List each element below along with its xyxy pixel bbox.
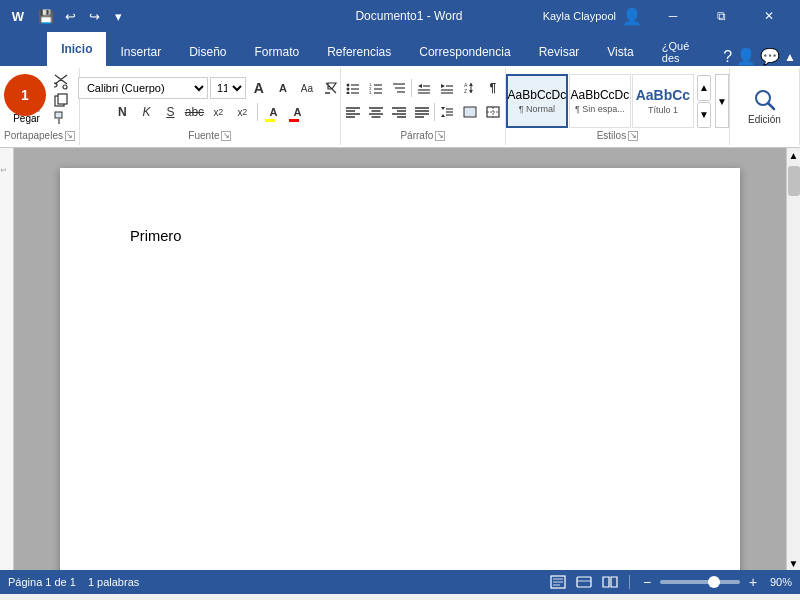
tab-help[interactable]: ¿Qué des <box>648 38 723 66</box>
tab-referencias[interactable]: Referencias <box>313 38 405 66</box>
zoom-out-button[interactable]: − <box>638 573 656 591</box>
para-divider2 <box>434 103 435 121</box>
zoom-thumb[interactable] <box>708 576 720 588</box>
bold-button[interactable]: N <box>111 101 133 123</box>
tab-insertar[interactable]: Insertar <box>106 38 175 66</box>
shrink-font-button[interactable]: A <box>272 77 294 99</box>
para-align-row <box>342 101 504 123</box>
ribbon-display-icon[interactable]: ▲ <box>784 50 796 64</box>
undo-button[interactable]: ↩ <box>60 6 80 26</box>
help-icon[interactable]: ? <box>723 48 732 66</box>
font-color-button[interactable]: A <box>286 101 308 123</box>
editing-label-bottom <box>734 141 795 143</box>
account-icon[interactable]: 👤 <box>736 47 756 66</box>
style-normal-item[interactable]: AaBbCcDc ¶ Normal <box>506 74 568 128</box>
close-button[interactable]: ✕ <box>746 0 792 32</box>
strikethrough-button[interactable]: abc <box>183 101 205 123</box>
page-content[interactable]: Primero <box>130 228 670 244</box>
show-marks-button[interactable]: ¶ <box>482 77 504 99</box>
user-name: Kayla Claypool <box>543 10 616 22</box>
document-page[interactable]: Primero <box>60 168 740 570</box>
quick-access-toolbar: 💾 ↩ ↪ ▾ <box>36 6 128 26</box>
tab-inicio[interactable]: Inicio <box>47 32 106 66</box>
styles-gallery-content: AaBbCcDc ¶ Normal AaBbCcDc ¶ Sin espa...… <box>510 70 725 130</box>
borders-button[interactable] <box>482 101 504 123</box>
clear-format-button[interactable] <box>320 77 342 99</box>
subscript-button[interactable]: x2 <box>207 101 229 123</box>
user-avatar-icon[interactable]: 👤 <box>622 7 642 26</box>
comments-icon[interactable]: 💬 <box>760 47 780 66</box>
customize-button[interactable]: ▾ <box>108 6 128 26</box>
restore-button[interactable]: ⧉ <box>698 0 744 32</box>
italic-button[interactable]: K <box>135 101 157 123</box>
minimize-button[interactable]: ─ <box>650 0 696 32</box>
zoom-in-button[interactable]: + <box>744 573 762 591</box>
home-badge[interactable]: 1 <box>4 74 46 116</box>
ribbon: 1 Inicio Insertar Diseño Formato Referen… <box>0 32 800 148</box>
document-text[interactable]: Primero <box>130 228 181 244</box>
document-area[interactable]: Primero <box>14 148 786 570</box>
font-divider <box>257 103 258 121</box>
zoom-slider[interactable] <box>660 580 740 584</box>
font-color-indicator <box>289 119 299 122</box>
read-mode-button[interactable] <box>599 573 621 591</box>
scroll-up-button[interactable]: ▲ <box>787 148 801 162</box>
print-layout-button[interactable] <box>547 573 569 591</box>
styles-expand-button[interactable]: ↘ <box>628 131 638 141</box>
line-spacing-button[interactable] <box>436 101 458 123</box>
save-button[interactable]: 💾 <box>36 6 56 26</box>
style-heading1-item[interactable]: AaBbCc Título 1 <box>632 74 694 128</box>
underline-button[interactable]: S <box>159 101 181 123</box>
paragraph-expand-button[interactable]: ↘ <box>435 131 445 141</box>
style-heading1-label: Título 1 <box>648 105 678 115</box>
clipboard-expand-button[interactable]: ↘ <box>65 131 75 141</box>
align-right-button[interactable] <box>388 101 410 123</box>
font-name-select[interactable]: Calibri (Cuerpo) <box>78 77 208 99</box>
para-list-row: 1.2.3. AZ ¶ <box>342 77 504 99</box>
multilevel-button[interactable] <box>388 77 410 99</box>
shading-button[interactable] <box>459 101 481 123</box>
cut-button[interactable] <box>49 74 73 91</box>
grow-font-button[interactable]: A <box>248 77 270 99</box>
zoom-percent[interactable]: 90% <box>770 576 792 588</box>
paragraph-group-content: 1.2.3. AZ ¶ <box>345 70 501 130</box>
gallery-scroll-controls: ▲ ▼ <box>697 75 711 128</box>
svg-point-13 <box>346 92 349 95</box>
bullets-button[interactable] <box>342 77 364 99</box>
editing-search-button[interactable]: Edición <box>740 79 790 133</box>
svg-text:Z: Z <box>464 88 467 94</box>
scroll-track[interactable] <box>787 162 800 556</box>
gallery-scroll-up-button[interactable]: ▲ <box>697 75 711 101</box>
vertical-scrollbar[interactable]: ▲ ▼ <box>786 148 800 570</box>
sort-button[interactable]: AZ <box>459 77 481 99</box>
change-case-button[interactable]: Aa <box>296 77 318 99</box>
svg-rect-58 <box>464 107 476 117</box>
styles-gallery-expand-button[interactable]: ▼ <box>715 74 729 128</box>
increase-indent-button[interactable] <box>436 77 458 99</box>
svg-point-11 <box>346 88 349 91</box>
text-highlight-button[interactable]: A <box>262 101 284 123</box>
gallery-scroll-down-button[interactable]: ▼ <box>697 102 711 128</box>
tab-formato[interactable]: Formato <box>241 38 314 66</box>
web-layout-button[interactable] <box>573 573 595 591</box>
window-controls: ─ ⧉ ✕ <box>650 0 792 32</box>
style-no-spacing-item[interactable]: AaBbCcDc ¶ Sin espa... <box>569 74 631 128</box>
tab-vista[interactable]: Vista <box>593 38 647 66</box>
scroll-down-button[interactable]: ▼ <box>787 556 801 570</box>
superscript-button[interactable]: x2 <box>231 101 253 123</box>
redo-button[interactable]: ↪ <box>84 6 104 26</box>
align-center-button[interactable] <box>365 101 387 123</box>
format-painter-button[interactable] <box>49 110 73 127</box>
tab-diseno[interactable]: Diseño <box>175 38 240 66</box>
font-size-select[interactable]: 11 <box>210 77 246 99</box>
tab-correspondencia[interactable]: Correspondencia <box>405 38 524 66</box>
font-expand-button[interactable]: ↘ <box>221 131 231 141</box>
numbering-button[interactable]: 1.2.3. <box>365 77 387 99</box>
copy-button[interactable] <box>49 92 73 109</box>
tab-revisar[interactable]: Revisar <box>525 38 594 66</box>
svg-rect-5 <box>58 94 67 104</box>
align-left-button[interactable] <box>342 101 364 123</box>
decrease-indent-button[interactable] <box>413 77 435 99</box>
justify-button[interactable] <box>411 101 433 123</box>
scroll-thumb[interactable] <box>788 166 800 196</box>
